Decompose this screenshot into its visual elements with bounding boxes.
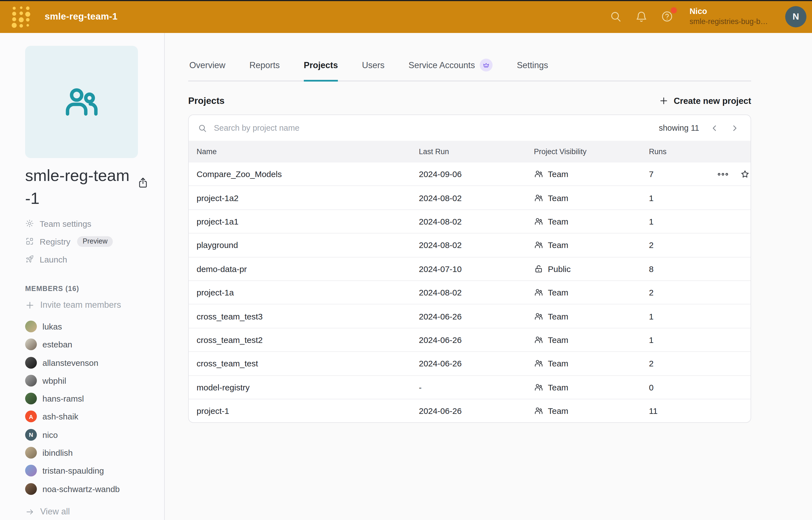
plus-icon xyxy=(25,301,35,310)
table-header: Name Last Run Project Visibility Runs xyxy=(189,141,751,162)
gear-icon xyxy=(25,219,34,228)
member-item-noa-schwartz-wandb[interactable]: noa-schwartz-wandb xyxy=(25,480,164,498)
member-item-hans-ramsl[interactable]: hans-ramsl xyxy=(25,390,164,408)
member-item-ash-shaik[interactable]: Aash-shaik xyxy=(25,408,164,426)
topbar-right: Nico smle-registries-bug-b… N xyxy=(609,6,806,27)
visibility-label: Team xyxy=(548,288,568,297)
create-new-project-button[interactable]: Create new project xyxy=(659,96,751,106)
member-avatar xyxy=(25,393,37,405)
project-name[interactable]: project-1a xyxy=(197,288,419,297)
project-name[interactable]: playground xyxy=(197,240,419,250)
team-name: smle-reg-team -1 xyxy=(25,164,137,210)
members-heading: MEMBERS (16) xyxy=(25,285,164,293)
member-item-lukas[interactable]: lukas xyxy=(25,317,164,336)
bell-icon[interactable] xyxy=(635,10,648,23)
sidebar-link-launch[interactable]: Launch xyxy=(25,251,164,268)
row-actions xyxy=(717,169,751,179)
runs-count: 8 xyxy=(649,264,717,274)
project-visibility: Public xyxy=(534,264,649,274)
team-sidebar: smle-reg-team -1 Team settingsRegistryPr… xyxy=(0,33,165,520)
project-name[interactable]: Compare_Zoo_Models xyxy=(197,169,419,179)
sidebar-link-label: Registry xyxy=(40,237,70,246)
app: smle-reg-team-1 Nico smle-registries-bug… xyxy=(0,0,812,520)
registry-icon xyxy=(25,237,34,246)
project-search-input[interactable] xyxy=(213,123,653,133)
share-icon[interactable] xyxy=(137,177,149,189)
team-people-icon xyxy=(62,82,101,122)
project-name[interactable]: cross_team_test2 xyxy=(197,335,419,345)
section-header: Projects Create new project xyxy=(188,96,751,106)
search-icon[interactable] xyxy=(609,10,622,23)
table-row[interactable]: cross_team_test22024-06-26Team1 xyxy=(189,328,751,351)
visibility-label: Team xyxy=(548,335,568,345)
tab-overview[interactable]: Overview xyxy=(189,59,225,82)
visibility-label: Team xyxy=(548,169,568,179)
showing-count: showing 11 xyxy=(659,124,699,132)
table-row[interactable]: model-registry-Team0 xyxy=(189,375,751,399)
tab-label: Settings xyxy=(517,60,548,70)
view-all-members-button[interactable]: View all xyxy=(25,507,164,517)
project-name[interactable]: project-1a1 xyxy=(197,217,419,226)
tab-settings[interactable]: Settings xyxy=(517,59,548,82)
member-item-tristan-spaulding[interactable]: tristan-spaulding xyxy=(25,462,164,480)
tab-projects[interactable]: Projects xyxy=(304,59,338,82)
last-run: 2024-08-02 xyxy=(419,288,534,297)
table-row[interactable]: project-12024-06-26Team11 xyxy=(189,399,751,422)
project-visibility: Team xyxy=(534,193,649,203)
table-row[interactable]: project-1a22024-08-02Team1 xyxy=(189,186,751,209)
member-avatar xyxy=(25,447,37,459)
runs-count: 2 xyxy=(649,359,717,368)
invite-team-members-button[interactable]: Invite team members xyxy=(25,300,164,310)
star-icon[interactable] xyxy=(740,169,750,179)
table-row[interactable]: cross_team_test32024-06-26Team1 xyxy=(189,304,751,328)
sidebar-link-label: Launch xyxy=(40,255,67,264)
project-name[interactable]: demo-data-pr xyxy=(197,264,419,274)
tab-reports[interactable]: Reports xyxy=(250,59,280,82)
member-name: lukas xyxy=(43,322,62,331)
team-name-line1: smle-reg-team xyxy=(25,164,137,187)
member-avatar xyxy=(25,375,37,387)
table-row[interactable]: cross_team_test2024-06-26Team2 xyxy=(189,351,751,375)
table-row[interactable]: demo-data-pr2024-07-10Public8 xyxy=(189,257,751,280)
team-icon xyxy=(534,240,543,250)
member-item-ibindlish[interactable]: ibindlish xyxy=(25,444,164,462)
runs-count: 11 xyxy=(649,406,717,416)
project-name[interactable]: cross_team_test xyxy=(197,359,419,368)
project-visibility: Team xyxy=(534,240,649,250)
member-item-wbphil[interactable]: wbphil xyxy=(25,371,164,390)
member-item-nico[interactable]: Nnico xyxy=(25,425,164,444)
table-row[interactable]: playground2024-08-02Team2 xyxy=(189,233,751,257)
user-avatar[interactable]: N xyxy=(785,6,806,27)
tab-users[interactable]: Users xyxy=(362,59,385,82)
project-name[interactable]: model-registry xyxy=(197,382,419,392)
sidebar-link-team-settings[interactable]: Team settings xyxy=(25,215,164,233)
project-visibility: Team xyxy=(534,288,649,297)
tab-service-accounts[interactable]: Service Accounts xyxy=(409,59,493,82)
previous-page-button[interactable] xyxy=(707,121,722,135)
overflow-menu-icon[interactable] xyxy=(717,172,728,176)
project-name[interactable]: project-1a2 xyxy=(197,193,419,203)
table-row[interactable]: project-1a12024-08-02Team1 xyxy=(189,209,751,233)
runs-count: 0 xyxy=(649,382,717,392)
member-avatar xyxy=(25,465,37,477)
project-name[interactable]: project-1 xyxy=(197,406,419,416)
project-visibility: Team xyxy=(534,217,649,226)
project-visibility: Team xyxy=(534,382,649,392)
member-item-esteban[interactable]: esteban xyxy=(25,335,164,354)
sidebar-link-registry[interactable]: RegistryPreview xyxy=(25,233,164,251)
runs-count: 2 xyxy=(649,240,717,250)
member-item-allanstevenson[interactable]: allanstevenson xyxy=(25,354,164,372)
table-row[interactable]: Compare_Zoo_Models2024-09-06Team7 xyxy=(189,162,751,186)
project-visibility: Team xyxy=(534,335,649,345)
table-row[interactable]: project-1a2024-08-02Team2 xyxy=(189,280,751,304)
user-menu[interactable]: Nico smle-registries-bug-b… xyxy=(689,6,768,27)
runs-count: 1 xyxy=(649,217,717,226)
next-page-button[interactable] xyxy=(727,121,742,135)
wandb-logo-icon[interactable] xyxy=(11,5,31,28)
project-name[interactable]: cross_team_test3 xyxy=(197,311,419,321)
help-icon[interactable] xyxy=(660,10,673,23)
visibility-label: Team xyxy=(548,217,568,226)
visibility-label: Team xyxy=(548,240,568,250)
user-name: Nico xyxy=(689,6,768,17)
last-run: 2024-08-02 xyxy=(419,240,534,250)
